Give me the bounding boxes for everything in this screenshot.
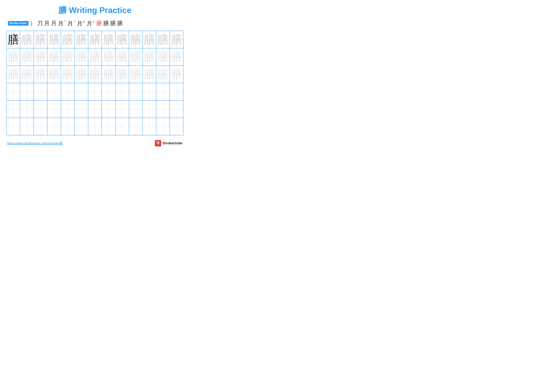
char-display: 膳 (35, 67, 46, 82)
grid-cell-r2c11[interactable]: 膳 (143, 48, 156, 66)
stroke-order-row: Stroke Order ） 刀 月 月 月⁻ 月⁻ 月+ 月+ 膳 膳 膳 膳 (6, 19, 183, 28)
char-display: 膳 (48, 49, 60, 64)
stroke-12: 膳 (117, 20, 123, 27)
grid-cell-r4c8[interactable] (102, 83, 115, 100)
char-display: 膳 (103, 32, 114, 47)
grid-cell-r4c5[interactable] (61, 83, 74, 100)
grid-cell-r3c12[interactable]: 膳 (156, 66, 170, 83)
char-display: 膳 (7, 32, 19, 47)
grid-cell-r6c12[interactable] (156, 118, 170, 135)
grid-cell-r5c8[interactable] (102, 100, 115, 118)
grid-cell-r5c7[interactable] (88, 100, 102, 118)
grid-cell-r5c5[interactable] (61, 100, 74, 118)
grid-cell-r5c10[interactable] (129, 100, 143, 118)
grid-cell-r1c6[interactable]: 膳 (74, 31, 88, 48)
grid-cell-r5c3[interactable] (34, 100, 47, 118)
footer-url[interactable]: https://www.strokeorder.com/chinese/膳 (7, 141, 63, 145)
char-display: 膳 (76, 32, 87, 47)
grid-cell-r6c2[interactable] (20, 118, 34, 135)
char-display: 膳 (130, 32, 141, 47)
grid-cell-r1c12[interactable]: 膳 (156, 31, 170, 48)
grid-cell-r3c11[interactable]: 膳 (143, 66, 156, 83)
grid-cell-r4c12[interactable] (156, 83, 170, 100)
brand-icon: 字 (155, 140, 161, 146)
practice-grid: 膳 膳 膳 膳 膳 膳 膳 膳 膳 膳 膳 膳 膳 膳 膳 膳 膳 膳 膳 膳 … (6, 31, 183, 135)
grid-cell-r5c4[interactable] (47, 100, 61, 118)
grid-cell-r5c1[interactable] (7, 100, 20, 118)
stroke-11: 膳 (110, 20, 116, 27)
grid-cell-r1c8[interactable]: 膳 (102, 31, 115, 48)
grid-cell-r6c13[interactable] (170, 118, 183, 135)
grid-cell-r6c4[interactable] (47, 118, 61, 135)
grid-cell-r6c9[interactable] (115, 118, 129, 135)
grid-cell-r2c2[interactable]: 膳 (20, 48, 34, 66)
grid-cell-r2c12[interactable]: 膳 (156, 48, 170, 66)
grid-cell-r1c2[interactable]: 膳 (20, 31, 34, 48)
footer: https://www.strokeorder.com/chinese/膳 字 … (6, 140, 183, 146)
grid-cell-r4c6[interactable] (74, 83, 88, 100)
grid-cell-r2c8[interactable]: 膳 (102, 48, 115, 66)
grid-cell-r4c3[interactable] (34, 83, 47, 100)
grid-cell-r3c1[interactable]: 膳 (7, 66, 20, 83)
grid-cell-r4c4[interactable] (47, 83, 61, 100)
grid-cell-r4c11[interactable] (143, 83, 156, 100)
grid-cell-r6c1[interactable] (7, 118, 20, 135)
grid-cell-r1c4[interactable]: 膳 (47, 31, 61, 48)
grid-cell-r1c13[interactable]: 膳 (170, 31, 183, 48)
grid-cell-r1c9[interactable]: 膳 (115, 31, 129, 48)
grid-cell-r2c9[interactable]: 膳 (115, 48, 129, 66)
stroke-4: 月 (51, 20, 57, 27)
grid-cell-r5c11[interactable] (143, 100, 156, 118)
grid-cell-r1c10[interactable]: 膳 (129, 31, 143, 48)
grid-cell-r1c5[interactable]: 膳 (61, 31, 74, 48)
grid-cell-r3c5[interactable]: 膳 (61, 66, 74, 83)
grid-cell-r1c11[interactable]: 膳 (143, 31, 156, 48)
grid-cell-r2c6[interactable]: 膳 (74, 48, 88, 66)
grid-cell-r6c5[interactable] (61, 118, 74, 135)
grid-cell-r3c4[interactable]: 膳 (47, 66, 61, 83)
char-display: 膳 (117, 67, 128, 82)
grid-cell-r6c3[interactable] (34, 118, 47, 135)
grid-cell-r2c3[interactable]: 膳 (34, 48, 47, 66)
grid-cell-r2c1[interactable]: 膳 (7, 48, 20, 66)
grid-cell-r4c1[interactable] (7, 83, 20, 100)
grid-cell-r4c10[interactable] (129, 83, 143, 100)
grid-cell-r4c9[interactable] (115, 83, 129, 100)
grid-cell-r3c9[interactable]: 膳 (115, 66, 129, 83)
grid-cell-r3c8[interactable]: 膳 (102, 66, 115, 83)
grid-cell-r2c10[interactable]: 膳 (129, 48, 143, 66)
char-display: 膳 (21, 32, 33, 47)
grid-cell-r2c13[interactable]: 膳 (170, 48, 183, 66)
char-display: 膳 (76, 49, 87, 64)
char-display: 膳 (103, 49, 114, 64)
grid-cell-r1c3[interactable]: 膳 (34, 31, 47, 48)
grid-cell-r3c7[interactable]: 膳 (88, 66, 102, 83)
grid-cell-r3c2[interactable]: 膳 (20, 66, 34, 83)
grid-cell-r6c7[interactable] (88, 118, 102, 135)
grid-cell-r6c11[interactable] (143, 118, 156, 135)
grid-cell-r2c7[interactable]: 膳 (88, 48, 102, 66)
grid-cell-r6c6[interactable] (74, 118, 88, 135)
grid-cell-r4c2[interactable] (20, 83, 34, 100)
char-display: 膳 (117, 32, 128, 47)
grid-cell-r1c7[interactable]: 膳 (88, 31, 102, 48)
grid-cell-r5c13[interactable] (170, 100, 183, 118)
stroke-2: 刀 (37, 20, 43, 27)
grid-cell-r4c7[interactable] (88, 83, 102, 100)
char-display: 膳 (130, 67, 141, 82)
grid-cell-r4c13[interactable] (170, 83, 183, 100)
grid-cell-r3c13[interactable]: 膳 (170, 66, 183, 83)
grid-cell-r5c12[interactable] (156, 100, 170, 118)
grid-cell-r2c4[interactable]: 膳 (47, 48, 61, 66)
grid-cell-r6c8[interactable] (102, 118, 115, 135)
grid-cell-r3c3[interactable]: 膳 (34, 66, 47, 83)
grid-cell-r5c6[interactable] (74, 100, 88, 118)
grid-cell-r1c1[interactable]: 膳 (7, 31, 20, 48)
grid-cell-r6c10[interactable] (129, 118, 143, 135)
char-display: 膳 (62, 49, 73, 64)
grid-cell-r2c5[interactable]: 膳 (61, 48, 74, 66)
grid-cell-r3c10[interactable]: 膳 (129, 66, 143, 83)
grid-cell-r5c2[interactable] (20, 100, 34, 118)
grid-cell-r3c6[interactable]: 膳 (74, 66, 88, 83)
grid-cell-r5c9[interactable] (115, 100, 129, 118)
